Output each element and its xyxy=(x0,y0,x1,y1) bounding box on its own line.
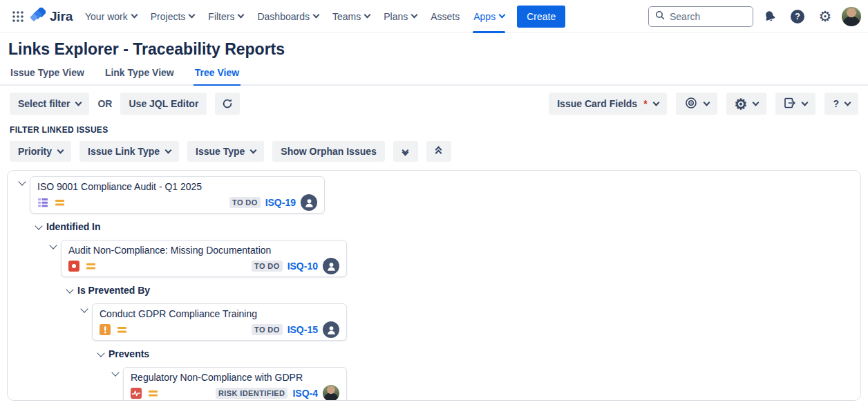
use-jql-editor-button[interactable]: Use JQL Editor xyxy=(120,93,207,115)
medium-priority-icon xyxy=(116,324,127,335)
chevron-down-icon xyxy=(189,12,196,19)
issue-key-link[interactable]: ISQ-10 xyxy=(287,261,318,272)
collapse-chevron-icon[interactable] xyxy=(80,305,88,312)
show-orphan-issues-button[interactable]: Show Orphan Issues xyxy=(272,141,384,162)
view-options-dropdown[interactable] xyxy=(676,93,717,115)
settings-gear-icon[interactable]: ⚙ xyxy=(814,6,836,28)
help-dropdown[interactable]: ? xyxy=(824,93,858,115)
nav-item-plans[interactable]: Plans xyxy=(377,6,424,28)
jira-logo[interactable]: Jira xyxy=(29,8,78,26)
issue-link-type-filter-dropdown[interactable]: Issue Link Type xyxy=(79,141,179,162)
link-type-label: Prevents xyxy=(108,348,149,359)
export-icon xyxy=(784,97,796,111)
assignee-avatar[interactable] xyxy=(323,321,339,338)
collapse-chevron-icon[interactable] xyxy=(97,349,104,357)
global-search[interactable] xyxy=(648,6,753,27)
issue-card-isq-4[interactable]: Regulatory Non-Compliance with GDPR RISK… xyxy=(123,367,347,401)
collapse-all-button[interactable] xyxy=(426,141,451,162)
nav-item-your-work[interactable]: Your work xyxy=(78,6,144,28)
nav-item-label: Teams xyxy=(332,11,361,22)
issue-link-type-filter-label: Issue Link Type xyxy=(88,146,160,157)
issue-type-filter-dropdown[interactable]: Issue Type xyxy=(187,141,264,162)
nav-item-teams[interactable]: Teams xyxy=(326,6,377,28)
create-button[interactable]: Create xyxy=(517,6,565,28)
link-type-label: Is Prevented By xyxy=(77,285,150,296)
issue-key-link[interactable]: ISQ-4 xyxy=(292,388,318,399)
page-title: Links Explorer - Traceability Reports xyxy=(8,40,860,59)
risk-issue-type-icon xyxy=(131,388,142,399)
chevron-down-icon xyxy=(845,99,851,106)
refresh-button[interactable] xyxy=(215,93,240,115)
nav-item-label: Projects xyxy=(151,11,186,22)
status-badge: RISK IDENTIFIED xyxy=(216,388,287,399)
expand-all-button[interactable] xyxy=(393,141,418,162)
collapse-chevron-icon[interactable] xyxy=(18,178,26,185)
nav-item-label: Assets xyxy=(431,11,460,22)
collapse-chevron-icon[interactable] xyxy=(66,285,73,293)
medium-priority-icon xyxy=(147,388,158,399)
nav-item-assets[interactable]: Assets xyxy=(424,6,466,28)
priority-filter-label: Priority xyxy=(18,146,52,157)
filter-linked-issues-heading: FILTER LINKED ISSUES xyxy=(10,125,858,135)
tab-tree-view[interactable]: Tree View xyxy=(194,67,240,86)
nav-right-section: ? ⚙ xyxy=(648,6,861,28)
chevron-down-icon xyxy=(75,99,82,106)
issue-card-isq-19[interactable]: ISO 9001 Compliance Audit - Q1 2025 TO D… xyxy=(30,176,325,214)
issue-key-link[interactable]: ISQ-15 xyxy=(287,324,318,335)
assignee-avatar[interactable] xyxy=(323,385,339,401)
chevron-down-icon xyxy=(753,99,760,106)
settings-dropdown[interactable]: ⚙ xyxy=(726,93,767,115)
collapse-chevron-icon[interactable] xyxy=(111,368,119,376)
double-chevron-up-icon xyxy=(436,148,441,155)
checklist-issue-type-icon xyxy=(37,197,48,208)
issue-card-isq-10[interactable]: Audit Non-Compliance: Missing Documentat… xyxy=(61,240,347,277)
chevron-down-icon xyxy=(131,12,138,19)
status-badge: TO DO xyxy=(252,324,283,335)
assignee-avatar[interactable] xyxy=(323,258,339,274)
issue-card-fields-label: Issue Card Fields xyxy=(557,98,637,109)
issue-key-link[interactable]: ISQ-19 xyxy=(265,197,296,208)
status-badge: TO DO xyxy=(229,197,261,208)
issue-summary: Conduct GDPR Compliance Training xyxy=(100,308,339,321)
select-filter-dropdown[interactable]: Select filter xyxy=(10,93,89,115)
medium-priority-icon xyxy=(85,261,96,272)
collapse-chevron-icon[interactable] xyxy=(49,241,57,249)
priority-filter-dropdown[interactable]: Priority xyxy=(10,141,71,162)
issue-card-meta: RISK IDENTIFIED ISQ-4 xyxy=(131,385,339,401)
issue-card-right: TO DO ISQ-19 xyxy=(229,194,317,211)
select-filter-label: Select filter xyxy=(18,98,70,109)
tree-node-row: Regulatory Non-Compliance with GDPR RISK… xyxy=(113,367,860,401)
user-avatar[interactable] xyxy=(842,7,861,26)
toolbar-right: Issue Card Fields * ⚙ xyxy=(549,93,858,115)
app-switcher-icon[interactable] xyxy=(7,6,29,28)
assignee-avatar[interactable] xyxy=(301,194,317,211)
search-input[interactable] xyxy=(670,11,746,22)
nav-item-dashboards[interactable]: Dashboards xyxy=(250,6,326,28)
issue-card-right: TO DO ISQ-10 xyxy=(252,258,339,274)
medium-priority-icon xyxy=(54,197,65,208)
chevron-down-icon xyxy=(411,12,418,19)
nav-item-label: Plans xyxy=(384,11,408,22)
main-toolbar: Select filter OR Use JQL Editor Issue Ca… xyxy=(10,93,858,115)
nav-item-projects[interactable]: Projects xyxy=(144,6,202,28)
notifications-bell-icon[interactable] xyxy=(759,6,781,28)
export-dropdown[interactable] xyxy=(775,93,815,115)
nav-item-apps[interactable]: Apps xyxy=(466,6,511,28)
issue-card-fields-dropdown[interactable]: Issue Card Fields * xyxy=(549,93,666,115)
tab-link-type-view[interactable]: Link Type View xyxy=(104,67,176,86)
help-icon[interactable]: ? xyxy=(786,6,809,28)
tree-node-row: Audit Non-Compliance: Missing Documentat… xyxy=(50,240,860,277)
view-tabs: Issue Type View Link Type View Tree View xyxy=(0,67,868,86)
bug-issue-type-icon xyxy=(68,261,79,272)
collapse-chevron-icon[interactable] xyxy=(35,222,42,229)
nav-item-filters[interactable]: Filters xyxy=(201,6,250,28)
issue-card-isq-15[interactable]: Conduct GDPR Compliance Training TO DO I… xyxy=(92,303,347,341)
chevron-down-icon xyxy=(250,147,257,153)
filter-bar: Priority Issue Link Type Issue Type Show… xyxy=(10,141,858,162)
nav-item-label: Apps xyxy=(473,11,496,22)
link-type-row: Identified In xyxy=(36,221,860,232)
jira-logo-icon xyxy=(30,8,46,26)
chevron-down-icon xyxy=(313,12,320,19)
tab-issue-type-view[interactable]: Issue Type View xyxy=(9,67,86,86)
nav-item-label: Your work xyxy=(85,11,128,22)
